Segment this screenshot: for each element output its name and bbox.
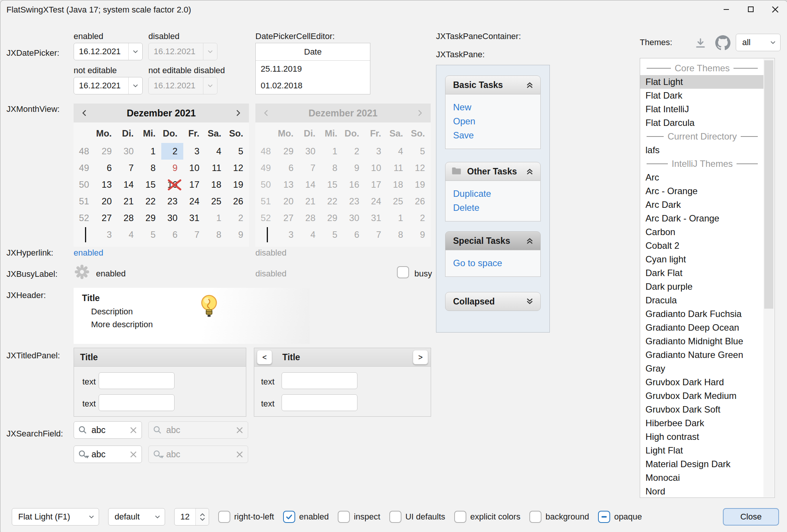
taskpane-header[interactable]: Special Tasks	[445, 231, 541, 250]
day-cell[interactable]: 4	[118, 226, 140, 243]
checkbox-box[interactable]	[389, 511, 401, 523]
checkbox-inspect[interactable]: inspect	[338, 511, 380, 523]
titled-panel-left-button[interactable]: <	[257, 350, 272, 364]
checkbox-box[interactable]	[283, 511, 295, 523]
day-cell[interactable]: 3	[96, 226, 118, 243]
checkbox-box[interactable]	[454, 511, 466, 523]
day-cell[interactable]: 9	[227, 226, 249, 243]
text-input[interactable]	[282, 372, 357, 389]
style-combo[interactable]: default	[108, 508, 165, 526]
theme-list-item[interactable]: Arc - Orange	[640, 184, 764, 198]
taskpane-header[interactable]: Basic Tasks	[445, 75, 541, 94]
text-input[interactable]	[282, 394, 357, 411]
day-cell[interactable]: 5	[227, 143, 249, 160]
chevron-down-icon[interactable]	[128, 77, 142, 94]
day-cell[interactable]: 4	[205, 143, 227, 160]
close-button[interactable]: Close	[723, 508, 779, 526]
chevron-double-up-icon[interactable]	[525, 236, 534, 245]
theme-list-item[interactable]: Dark Flat	[640, 266, 764, 280]
day-cell[interactable]: 2	[227, 210, 249, 226]
taskpane-action-link[interactable]: Delete	[453, 201, 533, 215]
hyperlink-enabled[interactable]: enabled	[74, 248, 103, 258]
day-cell[interactable]: 5	[139, 226, 161, 243]
table-row[interactable]: 01.02.2018	[256, 77, 370, 94]
search-input[interactable]	[91, 425, 130, 436]
taskpane-action-link[interactable]: Save	[453, 128, 533, 142]
day-cell[interactable]: 29	[139, 210, 161, 226]
theme-list-item[interactable]: Dark purple	[640, 280, 764, 293]
day-cell[interactable]: 13	[96, 176, 118, 193]
scrollbar-thumb[interactable]	[764, 60, 773, 309]
day-cell[interactable]: 1	[139, 143, 161, 160]
day-cell[interactable]: 29	[96, 143, 118, 160]
maximize-icon[interactable]	[739, 0, 763, 19]
theme-list-item[interactable]: Dracula	[640, 293, 764, 307]
day-cell[interactable]: 23	[161, 193, 183, 210]
datepicker-field[interactable]: 16.12.2021	[74, 77, 143, 94]
date-column-header[interactable]: Date	[256, 43, 370, 61]
checkbox-background[interactable]: background	[529, 511, 589, 523]
checkbox-explicit-colors[interactable]: explicit colors	[454, 511, 520, 523]
monthview-next-icon[interactable]	[227, 104, 249, 122]
checkbox-opaque[interactable]: opaque	[598, 511, 642, 523]
chevron-double-up-icon[interactable]	[525, 80, 534, 89]
day-cell[interactable]: 16	[161, 176, 183, 193]
text-input[interactable]	[99, 394, 175, 411]
chevron-double-down-icon[interactable]	[525, 297, 534, 306]
day-cell[interactable]: 12	[227, 160, 249, 176]
close-window-icon[interactable]	[763, 0, 787, 19]
theme-list-item[interactable]: Gray	[640, 362, 764, 375]
day-cell[interactable]: 22	[139, 193, 161, 210]
day-cell[interactable]: 14	[118, 176, 140, 193]
day-cell[interactable]: 2	[161, 143, 183, 160]
day-cell[interactable]: 17	[183, 176, 205, 193]
theme-list-item[interactable]: Nord	[640, 485, 764, 498]
busy-checkbox[interactable]	[397, 266, 409, 278]
checkbox-box[interactable]	[338, 511, 350, 523]
taskpane-action-link[interactable]: Go to space	[453, 256, 533, 270]
day-cell[interactable]: 8	[139, 160, 161, 176]
day-cell[interactable]: 30	[161, 210, 183, 226]
chevron-down-icon[interactable]	[128, 43, 142, 60]
theme-list-item[interactable]: Gradianto Dark Fuchsia	[640, 307, 764, 321]
day-cell[interactable]: 7	[118, 160, 140, 176]
checkbox-box[interactable]	[529, 511, 541, 523]
search-options-arrow-icon[interactable]	[160, 456, 164, 458]
day-cell[interactable]: 7	[183, 226, 205, 243]
theme-list-item[interactable]: Cyan light	[640, 253, 764, 266]
day-cell[interactable]: 30	[118, 143, 140, 160]
theme-list-item[interactable]: Arc Dark	[640, 198, 764, 212]
datepicker-field[interactable]: 16.12.2021	[74, 43, 143, 60]
theme-list-item[interactable]: Flat IntelliJ	[640, 102, 764, 116]
day-cell[interactable]: 31	[183, 210, 205, 226]
text-input[interactable]	[99, 372, 175, 389]
checkbox-box[interactable]	[218, 511, 230, 523]
spinner-buttons[interactable]	[195, 508, 209, 525]
theme-list-item[interactable]: Gradianto Deep Ocean	[640, 321, 764, 334]
taskpane-action-link[interactable]: New	[453, 100, 533, 114]
table-row[interactable]: 25.11.2019	[256, 61, 370, 77]
clear-search-icon[interactable]	[130, 427, 137, 434]
theme-list-item[interactable]: Gradianto Midnight Blue	[640, 334, 764, 348]
clear-search-icon[interactable]	[130, 451, 137, 458]
day-cell[interactable]: 28	[118, 210, 140, 226]
theme-list-item[interactable]: Gruvbox Dark Soft	[640, 403, 764, 416]
download-icon[interactable]	[694, 37, 707, 50]
chevron-double-up-icon[interactable]	[525, 167, 534, 176]
day-cell[interactable]: 21	[118, 193, 140, 210]
day-cell[interactable]: 25	[205, 193, 227, 210]
search-field[interactable]	[74, 446, 142, 463]
day-cell[interactable]: 3	[183, 143, 205, 160]
monthview-prev-icon[interactable]	[74, 104, 96, 122]
checkbox-right-to-left[interactable]: right-to-left	[218, 511, 274, 523]
minimize-icon[interactable]	[715, 0, 739, 19]
theme-list-item[interactable]: Material Design Dark	[640, 457, 764, 471]
theme-list-item[interactable]: Arc	[640, 171, 764, 184]
day-cell[interactable]: 6	[96, 160, 118, 176]
day-cell[interactable]: 9	[161, 160, 183, 176]
taskpane-action-link[interactable]: Duplicate	[453, 187, 533, 201]
checkbox-enabled[interactable]: enabled	[283, 511, 329, 523]
font-size-spinner[interactable]: 12	[174, 508, 209, 526]
day-cell[interactable]: 24	[183, 193, 205, 210]
theme-list-item[interactable]: Gradianto Nature Green	[640, 348, 764, 362]
